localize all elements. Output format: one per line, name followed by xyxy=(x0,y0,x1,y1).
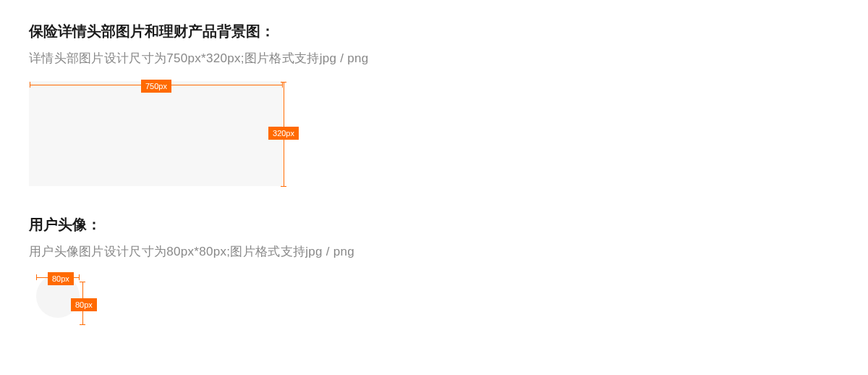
section-user-avatar: 用户头像： 用户头像图片设计尺寸为80px*80px;图片格式支持jpg / p… xyxy=(29,215,839,340)
section-description: 详情头部图片设计尺寸为750px*320px;图片格式支持jpg / png xyxy=(29,50,839,67)
image-placeholder-rect: 750px 320px xyxy=(29,81,282,186)
section-title: 保险详情头部图片和理财产品背景图： xyxy=(29,22,839,41)
section-title: 用户头像： xyxy=(29,215,839,235)
spec-diagram-avatar: 80px 80px xyxy=(29,274,94,340)
dimension-width-label: 80px xyxy=(48,272,74,285)
spec-diagram-large: 750px 320px xyxy=(29,81,839,186)
section-description: 用户头像图片设计尺寸为80px*80px;图片格式支持jpg / png xyxy=(29,243,839,260)
section-insurance-header-image: 保险详情头部图片和理财产品背景图： 详情头部图片设计尺寸为750px*320px… xyxy=(29,22,839,186)
dimension-height-label: 80px xyxy=(71,298,97,311)
dimension-height-label: 320px xyxy=(268,127,299,140)
dimension-width-label: 750px xyxy=(141,80,171,93)
